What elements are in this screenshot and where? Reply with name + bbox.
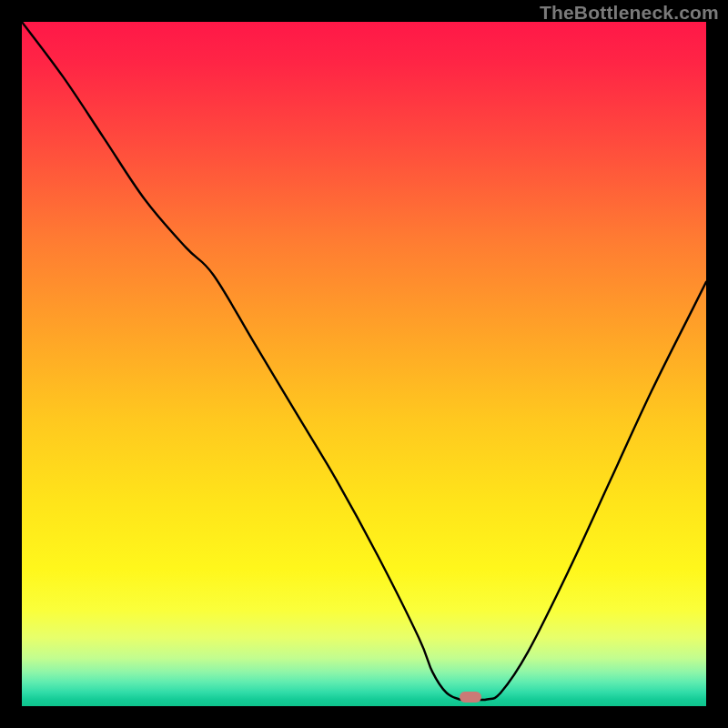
bottleneck-curve bbox=[22, 22, 706, 706]
plot-area bbox=[22, 22, 706, 706]
watermark-text: TheBottleneck.com bbox=[540, 2, 719, 24]
optimal-point-marker bbox=[460, 692, 481, 703]
chart-frame: TheBottleneck.com bbox=[0, 0, 728, 728]
